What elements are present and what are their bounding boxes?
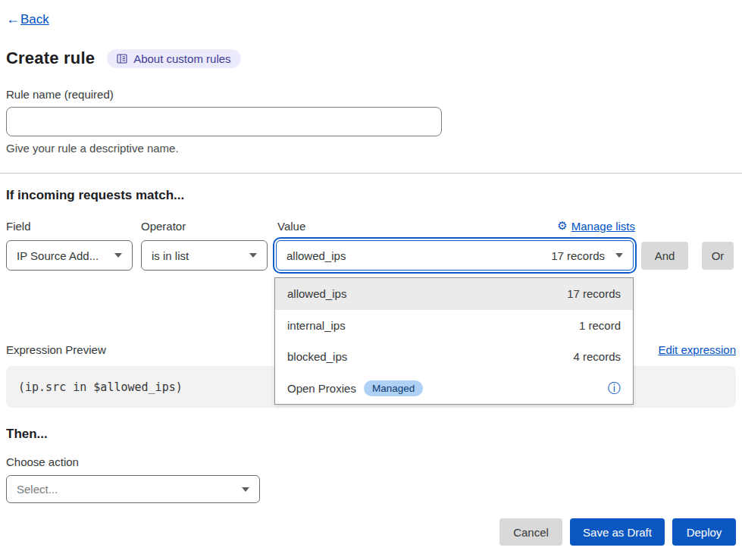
section-divider [0, 173, 742, 174]
value-select[interactable]: allowed_ips 17 records [276, 240, 634, 271]
book-icon [117, 54, 127, 64]
value-dropdown-panel: allowed_ips 17 records internal_ips 1 re… [274, 277, 634, 405]
about-custom-rules-link[interactable]: About custom rules [107, 49, 240, 68]
field-select-value: IP Source Add... [17, 249, 99, 262]
edit-expression-link[interactable]: Edit expression [658, 343, 736, 356]
list-item-records: 1 record [579, 319, 621, 332]
save-as-draft-button[interactable]: Save as Draft [570, 518, 665, 546]
value-label: Value [277, 220, 305, 233]
back-link-label: Back [20, 12, 49, 27]
gear-icon: ⚙ [557, 219, 567, 233]
expression-code: (ip.src in $allowed_ips) [18, 380, 183, 394]
value-select-records: 17 records [551, 249, 605, 262]
list-item-name: blocked_ips [287, 350, 347, 363]
list-item-name: allowed_ips [287, 287, 346, 300]
info-icon[interactable]: ⓘ [608, 382, 621, 395]
managed-badge: Managed [364, 380, 423, 396]
chevron-down-icon [615, 253, 623, 258]
operator-select[interactable]: is in list [141, 240, 268, 271]
create-rule-page: ← Back Create rule About custom rules Ru… [0, 0, 742, 560]
back-link[interactable]: ← Back [6, 11, 49, 27]
deploy-button[interactable]: Deploy [672, 518, 736, 546]
field-label: Field [6, 220, 31, 233]
operator-select-value: is in list [152, 249, 189, 262]
chevron-down-icon [114, 253, 122, 258]
chevron-down-icon [242, 487, 249, 492]
rule-name-helper-text: Give your rule a descriptive name. [6, 142, 179, 155]
then-section-heading: Then... [6, 427, 48, 442]
list-item-name: Open Proxies [287, 382, 356, 395]
and-button[interactable]: And [641, 242, 688, 270]
list-item-blocked-ips[interactable]: blocked_ips 4 records [275, 341, 633, 373]
action-select[interactable]: Select... [6, 475, 260, 503]
about-badge-label: About custom rules [133, 52, 230, 65]
or-button[interactable]: Or [702, 242, 734, 270]
back-arrow-icon: ← [6, 11, 20, 27]
list-item-records: 17 records [567, 287, 621, 300]
list-item-open-proxies[interactable]: Open Proxies Managed ⓘ [275, 373, 633, 405]
list-item-name: internal_ips [287, 319, 346, 332]
match-section-heading: If incoming requests match... [6, 188, 184, 203]
value-select-name: allowed_ips [286, 249, 346, 262]
expression-preview-label: Expression Preview [6, 343, 106, 356]
choose-action-label: Choose action [6, 455, 79, 468]
chevron-down-icon [249, 253, 257, 258]
list-item-internal-ips[interactable]: internal_ips 1 record [275, 310, 633, 342]
field-select[interactable]: IP Source Add... [6, 240, 133, 271]
title-row: Create rule About custom rules [6, 48, 241, 68]
page-title: Create rule [6, 48, 95, 68]
list-item-allowed-ips[interactable]: allowed_ips 17 records [275, 278, 633, 310]
manage-lists-link[interactable]: ⚙ Manage lists [557, 219, 635, 233]
action-select-placeholder: Select... [17, 483, 58, 496]
operator-label: Operator [141, 220, 186, 233]
rule-name-label: Rule name (required) [6, 88, 114, 101]
rule-name-input[interactable] [6, 107, 442, 136]
list-item-records: 4 records [573, 350, 621, 363]
cancel-button[interactable]: Cancel [499, 518, 562, 546]
manage-lists-label: Manage lists [571, 220, 635, 233]
